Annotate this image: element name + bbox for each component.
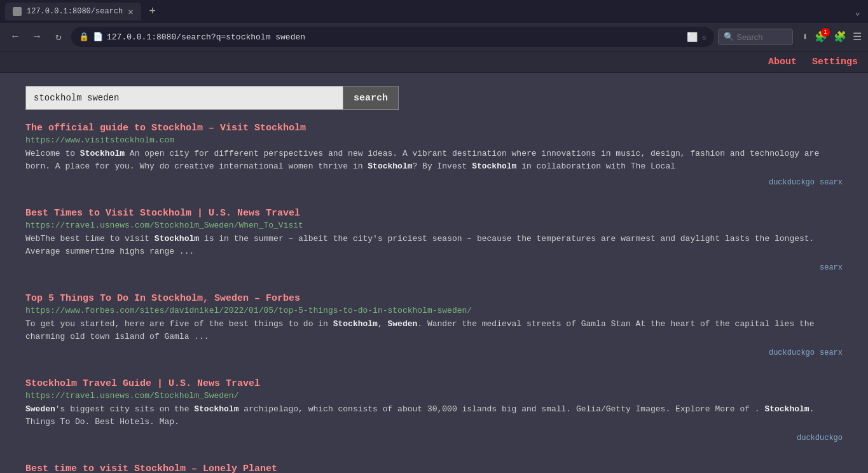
result-sources: duckduckgo bbox=[25, 432, 843, 443]
result-sources: duckduckgosearx bbox=[25, 176, 843, 188]
address-bar-container[interactable]: 🔒 📄 ⬜ ☆ bbox=[71, 27, 714, 47]
tab-bar: 127.0.0.1:8080/search ✕ + ⌄ bbox=[0, 0, 868, 23]
result-title[interactable]: Top 5 Things To Do In Stockholm, Sweden … bbox=[25, 293, 843, 304]
refresh-button[interactable]: ↻ bbox=[50, 28, 67, 46]
result-url: https://travel.usnews.com/Stockholm_Swed… bbox=[25, 391, 843, 401]
browser-actions: ⬇ 🧩 1 🧩 ☰ bbox=[802, 31, 862, 43]
address-input[interactable] bbox=[107, 32, 683, 42]
about-link[interactable]: About bbox=[768, 57, 797, 67]
result-snippet: To get you started, here are five of the… bbox=[25, 318, 843, 343]
tab-title: 127.0.0.1:8080/search bbox=[27, 7, 123, 16]
source-link[interactable]: duckduckgo bbox=[769, 178, 815, 187]
main-content: search The official guide to Stockholm –… bbox=[0, 73, 868, 473]
search-icon: 🔍 bbox=[724, 32, 734, 42]
browser-search-box[interactable]: 🔍 bbox=[718, 29, 793, 45]
source-link[interactable]: searx bbox=[820, 178, 843, 187]
new-tab-button[interactable]: + bbox=[144, 3, 162, 20]
result-title[interactable]: The official guide to Stockholm – Visit … bbox=[25, 123, 843, 134]
search-button[interactable]: search bbox=[343, 86, 399, 110]
result-item: Top 5 Things To Do In Stockholm, Sweden … bbox=[25, 293, 843, 363]
source-link[interactable]: searx bbox=[820, 263, 843, 272]
extensions-button[interactable]: 🧩 bbox=[834, 31, 846, 43]
result-snippet: WebThe best time to visit Stockholm is i… bbox=[25, 233, 843, 257]
address-bar-actions: ⬜ ☆ bbox=[687, 32, 706, 43]
result-title[interactable]: Best Times to Visit Stockholm | U.S. New… bbox=[25, 208, 843, 219]
source-link[interactable]: duckduckgo bbox=[797, 434, 843, 442]
source-link[interactable]: searx bbox=[820, 348, 843, 357]
tab-close-button[interactable]: ✕ bbox=[128, 6, 133, 17]
result-item: Stockholm Travel Guide | U.S. News Trave… bbox=[25, 378, 843, 448]
forward-button[interactable]: → bbox=[28, 28, 46, 46]
browser-chrome: 127.0.0.1:8080/search ✕ + ⌄ ← → ↻ 🔒 📄 ⬜ … bbox=[0, 0, 868, 51]
result-title[interactable]: Best time to visit Stockholm – Lonely Pl… bbox=[25, 463, 843, 473]
result-title[interactable]: Stockholm Travel Guide | U.S. News Trave… bbox=[25, 378, 843, 389]
page-icon: 📄 bbox=[93, 32, 103, 42]
settings-link[interactable]: Settings bbox=[812, 57, 858, 67]
result-sources: searx bbox=[25, 261, 843, 273]
app-nav: About Settings bbox=[0, 51, 868, 73]
active-tab[interactable]: 127.0.0.1:8080/search ✕ bbox=[5, 3, 141, 20]
search-input[interactable] bbox=[25, 86, 343, 110]
back-button[interactable]: ← bbox=[6, 28, 24, 46]
result-snippet: Sweden's biggest city sits on the Stockh… bbox=[25, 403, 843, 428]
menu-button[interactable]: ☰ bbox=[853, 31, 862, 43]
result-item: The official guide to Stockholm – Visit … bbox=[25, 123, 843, 193]
result-url: https://www.visitstockholm.com bbox=[25, 135, 843, 145]
result-sources: duckduckgosearx bbox=[25, 346, 843, 358]
lock-icon: 🔒 bbox=[79, 32, 89, 42]
result-url: https://www.forbes.com/sites/davidnikel/… bbox=[25, 306, 843, 315]
result-url: https://travel.usnews.com/Stockholm_Swed… bbox=[25, 221, 843, 230]
reader-mode-icon[interactable]: ⬜ bbox=[687, 32, 698, 43]
result-item: Best time to visit Stockholm – Lonely Pl… bbox=[25, 463, 843, 473]
nav-bar: ← → ↻ 🔒 📄 ⬜ ☆ 🔍 ⬇ 🧩 1 🧩 ☰ bbox=[0, 23, 868, 51]
download-button[interactable]: ⬇ bbox=[802, 31, 808, 43]
browser-search-input[interactable] bbox=[736, 32, 787, 42]
source-link[interactable]: duckduckgo bbox=[769, 348, 815, 357]
extension-badge: 1 bbox=[821, 28, 830, 37]
tab-favicon bbox=[13, 7, 22, 16]
bookmark-icon[interactable]: ☆ bbox=[701, 32, 706, 43]
results-list: The official guide to Stockholm – Visit … bbox=[25, 123, 843, 473]
search-bar-row: search bbox=[25, 86, 843, 110]
result-item: Best Times to Visit Stockholm | U.S. New… bbox=[25, 208, 843, 278]
result-snippet: Welcome to Stockholm An open city for di… bbox=[25, 147, 843, 172]
extension-button[interactable]: 🧩 1 bbox=[815, 31, 827, 43]
tab-bar-menu-button[interactable]: ⌄ bbox=[853, 4, 863, 20]
